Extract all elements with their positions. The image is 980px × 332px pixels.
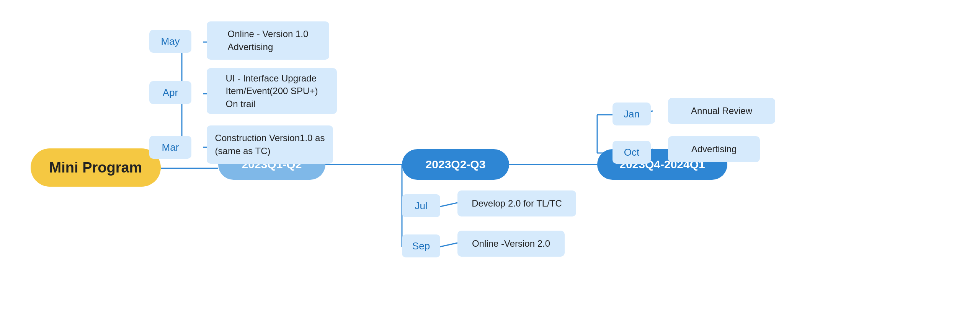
- leaf-apr: UI - Interface UpgradeItem/Event(200 SPU…: [207, 68, 337, 114]
- q2-node: 2023Q2-Q3: [402, 149, 509, 180]
- mind-map-canvas: Mini Program 2023Q1-Q2 2023Q2-Q3 2023Q4-…: [0, 0, 980, 332]
- leaf-jul: Develop 2.0 for TL/TC: [457, 190, 576, 216]
- month-oct: Oct: [612, 141, 651, 164]
- root-node: Mini Program: [31, 148, 161, 187]
- leaf-oct: Advertising: [668, 136, 760, 162]
- month-mar: Mar: [149, 136, 191, 159]
- svg-line-11: [440, 243, 457, 247]
- month-jan: Jan: [612, 103, 651, 125]
- leaf-may: Online - Version 1.0Advertising: [207, 21, 329, 60]
- month-may: May: [149, 30, 191, 53]
- month-jul: Jul: [402, 194, 440, 217]
- leaf-sep: Online -Version 2.0: [457, 231, 565, 257]
- leaf-mar: Construction Version1.0 as(same as TC): [207, 125, 333, 164]
- svg-line-9: [440, 203, 457, 207]
- leaf-jan: Annual Review: [668, 98, 775, 124]
- month-apr: Apr: [149, 81, 191, 104]
- month-sep: Sep: [402, 234, 440, 257]
